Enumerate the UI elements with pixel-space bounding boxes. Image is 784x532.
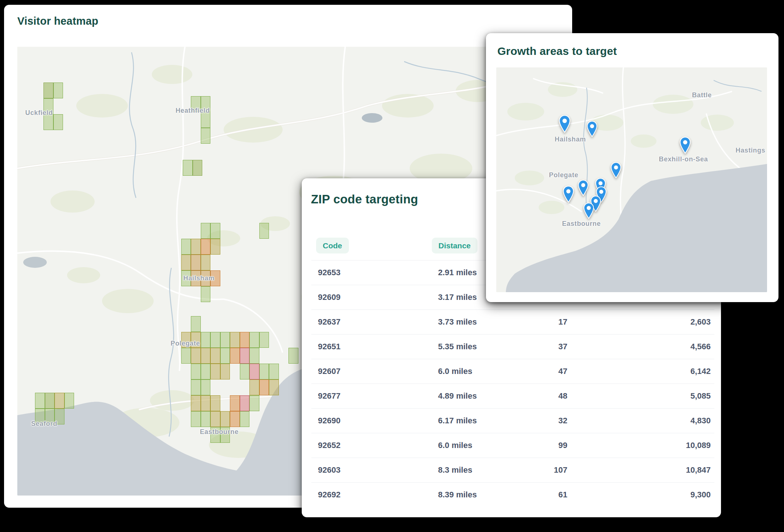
map-place-label: Hastings [736, 147, 766, 154]
heatmap-cell [191, 239, 201, 255]
heatmap-cell [210, 395, 220, 411]
heatmap-cell [240, 364, 250, 379]
heatmap-cell [210, 239, 220, 255]
heatmap-cell [210, 348, 220, 364]
value2-cell: 4,566 [690, 342, 711, 351]
map-place-label: Bexhill-on-Sea [659, 155, 708, 163]
table-row: 926076.0 miles476,142 [302, 359, 721, 384]
zip-code-cell: 92603 [318, 465, 340, 475]
value1-cell: 37 [559, 342, 567, 351]
growth-areas-card: Growth areas to target [486, 33, 778, 302]
distance-cell: 8.3 miles [438, 465, 472, 475]
distance-cell: 3.17 miles [438, 293, 477, 302]
table-row: 926515.35 miles374,566 [302, 334, 721, 359]
heatmap-cell [249, 364, 259, 379]
distance-cell: 8.39 miles [438, 490, 477, 500]
distance-cell: 6.0 miles [438, 367, 472, 376]
heatmap-cell [201, 348, 211, 364]
heatmap-cell [249, 379, 259, 395]
zip-code-cell: 92692 [318, 490, 340, 500]
heatmap-cell [288, 348, 298, 364]
location-pin-icon[interactable] [562, 186, 575, 204]
heatmap-cell [259, 332, 269, 348]
distance-cell: 6.0 miles [438, 441, 472, 450]
heatmap-cell [64, 393, 74, 409]
map-place-label: Eastbourne [200, 428, 238, 436]
value1-cell: 47 [559, 367, 567, 376]
heatmap-cell [201, 286, 211, 302]
location-pin-icon[interactable] [679, 137, 692, 155]
heatmap-cell [55, 393, 64, 409]
zip-code-cell: 92653 [318, 268, 340, 277]
heatmap-cell [191, 316, 201, 332]
heatmap-cell [201, 395, 211, 411]
zip-code-cell: 92651 [318, 342, 340, 351]
heatmap-cell [35, 393, 45, 409]
heatmap-cell [259, 379, 269, 395]
location-pin-icon[interactable] [583, 203, 595, 220]
heatmap-cell [269, 379, 279, 395]
growth-areas-map[interactable]: BattleHailshamHastingsBexhill-on-SeaPole… [496, 67, 767, 292]
value2-cell: 4,830 [690, 416, 711, 426]
heatmap-cell [191, 255, 201, 270]
heatmap-cell [240, 395, 250, 411]
value1-cell: 61 [559, 490, 567, 500]
heatmap-cell [210, 364, 220, 379]
table-row: 926906.17 miles324,830 [302, 408, 721, 433]
location-pin-icon[interactable] [586, 121, 598, 139]
map-place-label: Seaford [31, 420, 57, 428]
heatmap-cell [181, 239, 191, 255]
value1-cell: 48 [559, 391, 567, 401]
zip-code-cell: 92690 [318, 416, 340, 426]
zip-code-cell: 92609 [318, 293, 340, 302]
value2-cell: 5,085 [690, 391, 711, 401]
table-row: 926373.73 miles172,603 [302, 309, 721, 334]
column-header-distance[interactable]: Distance [432, 238, 477, 253]
growth-areas-title: Growth areas to target [497, 45, 617, 57]
heatmap-cell [230, 348, 240, 364]
value2-cell: 10,089 [686, 441, 711, 450]
column-header-code[interactable]: Code [316, 238, 349, 253]
zip-targeting-title: ZIP code targeting [311, 192, 418, 206]
value1-cell: 107 [554, 465, 567, 475]
heatmap-cell [249, 348, 259, 364]
heatmap-cell [240, 332, 250, 348]
heatmap-cell [53, 83, 63, 98]
zip-code-cell: 92637 [318, 317, 340, 327]
dashboard: Visitor heatmap [0, 0, 784, 532]
heatmap-cell [249, 332, 259, 348]
heatmap-cell [220, 348, 230, 364]
heatmap-cell [220, 332, 230, 348]
location-pin-icon[interactable] [610, 162, 622, 180]
heatmap-cell [191, 395, 201, 411]
heatmap-cell [259, 223, 269, 239]
heatmap-cell [201, 411, 211, 427]
value2-cell: 9,300 [690, 490, 711, 500]
location-pin-icon[interactable] [558, 115, 571, 134]
heatmap-cell [45, 393, 55, 409]
table-row: 926038.3 miles10710,847 [302, 458, 721, 482]
heatmap-cell [53, 114, 63, 130]
heatmap-cell [43, 83, 53, 98]
map-place-label: Heathfield [175, 107, 210, 115]
heatmap-cell [210, 411, 220, 427]
heatmap-cell [230, 332, 240, 348]
map-place-label: Eastbourne [562, 220, 601, 228]
zip-code-cell: 92677 [318, 391, 340, 401]
table-row: 926774.89 miles485,085 [302, 384, 721, 408]
heatmap-cell [181, 348, 191, 364]
location-pin-icon[interactable] [577, 180, 589, 197]
heatmap-cell [201, 128, 211, 144]
distance-cell: 2.91 miles [438, 268, 477, 277]
value1-cell: 17 [559, 317, 567, 327]
value2-cell: 6,142 [690, 367, 711, 376]
value2-cell: 2,603 [690, 317, 711, 327]
map-place-label: Polegate [171, 340, 200, 347]
heatmap-cell [193, 160, 203, 176]
heatmap-cell [220, 364, 230, 379]
map-place-label: Hailsham [555, 136, 586, 143]
heatmap-cell [210, 332, 220, 348]
heatmap-cell [201, 223, 211, 239]
value1-cell: 99 [559, 441, 567, 450]
heatmap-cell [220, 411, 230, 427]
